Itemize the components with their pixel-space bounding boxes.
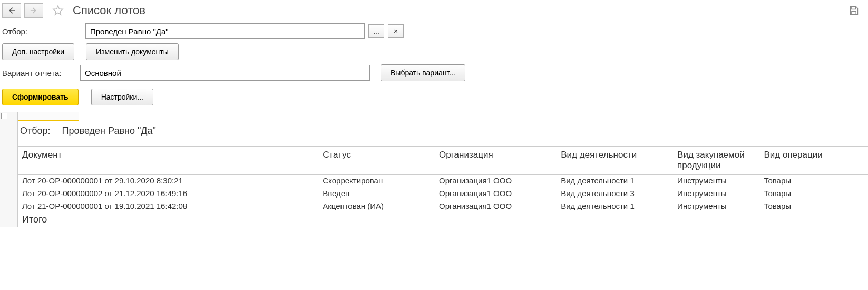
column-header-spacer [18,112,79,121]
cell-document: Лот 20-ОР-000000001 от 29.10.2020 8:30:2… [18,175,318,187]
col-document: Документ [18,147,318,175]
arrow-right-icon [30,7,37,14]
variant-label: Вариант отчета: [2,69,76,78]
filter-input[interactable] [86,24,194,38]
col-organization: Организация [435,147,557,175]
cell-status: Введен [318,187,435,200]
cell-document: Лот 21-ОР-000000001 от 19.10.2021 16:42:… [18,200,318,212]
col-operation: Вид операции [759,147,868,175]
forward-button[interactable] [24,3,43,18]
cell-organization: Организация1 ООО [435,200,557,212]
report-table: Документ Статус Организация Вид деятельн… [18,146,868,227]
filter-input-wrapper [85,23,365,39]
additional-settings-button[interactable]: Доп. настройки [2,43,74,60]
cell-organization: Организация1 ООО [435,175,557,187]
table-row[interactable]: Лот 20-ОР-000000001 от 29.10.2020 8:30:2… [18,175,868,187]
variant-input-wrapper [80,65,370,81]
cell-activity: Вид деятельности 3 [557,187,673,200]
variant-input[interactable] [81,65,189,80]
generate-button[interactable]: Сформировать [2,89,79,105]
cell-status: Скорректирован [318,175,435,187]
cell-product-type: Инструменты [673,175,759,187]
back-button[interactable] [2,3,21,18]
col-status: Статус [318,147,435,175]
cell-activity: Вид деятельности 1 [557,200,673,212]
filter-more-button[interactable]: ... [368,24,384,38]
cell-document: Лот 20-ОР-000000002 от 21.12.2020 16:49:… [18,187,318,200]
cell-status: Акцептован (ИА) [318,200,435,212]
table-row[interactable]: Лот 20-ОР-000000002 от 21.12.2020 16:49:… [18,187,868,200]
collapse-button[interactable]: − [1,113,7,119]
filter-label: Отбор: [2,27,81,36]
report-filter-value: Проведен Равно "Да" [62,125,156,137]
select-variant-button[interactable]: Выбрать вариант... [381,64,465,81]
table-header-row: Документ Статус Организация Вид деятельн… [18,147,868,175]
table-row[interactable]: Лот 21-ОР-000000001 от 19.10.2021 16:42:… [18,200,868,212]
report-filter-label: Отбор: [20,125,51,137]
arrow-left-icon [8,7,15,14]
settings-button[interactable]: Настройки... [91,89,153,105]
cell-organization: Организация1 ООО [435,187,557,200]
cell-product-type: Инструменты [673,187,759,200]
cell-operation: Товары [759,187,868,200]
table-total-row: Итого [18,212,868,227]
favorite-star-icon[interactable] [51,3,65,18]
col-activity: Вид деятельности [557,147,673,175]
col-product-type: Вид закупаемой продукции [673,147,759,175]
cell-activity: Вид деятельности 1 [557,175,673,187]
edit-documents-button[interactable]: Изменить документы [86,43,179,60]
filter-clear-button[interactable]: × [388,24,404,38]
cell-product-type: Инструменты [673,200,759,212]
cell-operation: Товары [759,175,868,187]
cell-operation: Товары [759,200,868,212]
save-icon[interactable] [848,5,860,16]
page-title: Список лотов [73,4,145,17]
cell-total-label: Итого [18,212,318,227]
